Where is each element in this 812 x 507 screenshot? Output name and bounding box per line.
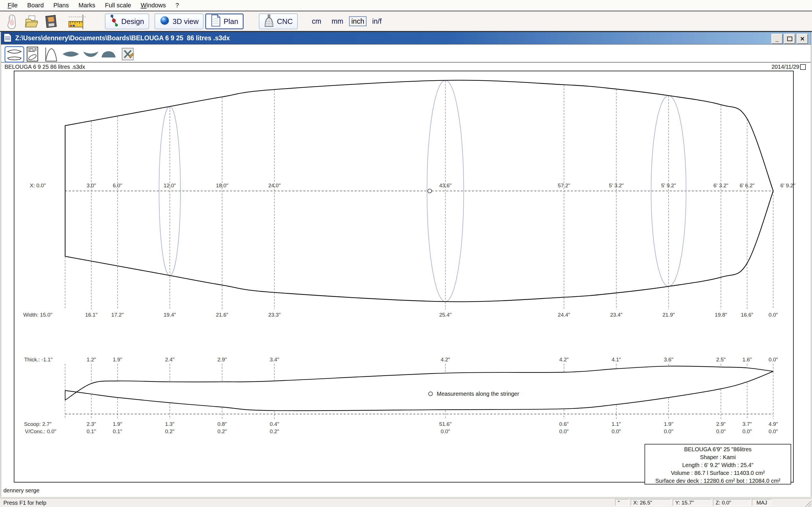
close-button[interactable]: ✕ bbox=[797, 34, 808, 44]
measure-label: X: 0.0" bbox=[30, 182, 46, 188]
plan-outline-icon[interactable] bbox=[61, 46, 80, 62]
measure-label: 23.3" bbox=[268, 312, 281, 318]
measure-label: 21.6" bbox=[216, 312, 229, 318]
measure-label: 0.8" bbox=[217, 421, 227, 427]
measure-label: 24.4" bbox=[558, 312, 570, 318]
measure-label: 19.4" bbox=[163, 312, 176, 318]
board-document: BELOUGA 6 9 25 86 litres .s3dx 2014/11/2… bbox=[1, 63, 811, 497]
measure-label: V/Conc.: 0.0" bbox=[25, 429, 56, 434]
measure-label: 12.0" bbox=[163, 182, 176, 188]
measure-label: 1.9" bbox=[113, 356, 122, 362]
foil-curve-icon[interactable] bbox=[44, 46, 58, 62]
menu-item-windows[interactable]: Windows bbox=[136, 2, 170, 9]
menu-item-file[interactable]: File bbox=[3, 2, 22, 9]
status-caps-indicator: MAJ bbox=[752, 499, 772, 506]
measure-label: 2.9" bbox=[716, 421, 725, 427]
design-button[interactable]: Design bbox=[105, 13, 149, 29]
measure-label: Thick.: -1.1" bbox=[24, 356, 53, 362]
measure-label: 0.0" bbox=[612, 429, 621, 434]
spec-sheet-icon[interactable] bbox=[26, 46, 39, 62]
plan-button[interactable]: Plan bbox=[205, 13, 244, 29]
measure-label: 57.2" bbox=[558, 182, 570, 188]
menu-item-help[interactable]: ? bbox=[170, 2, 184, 9]
measure-label: 2.5" bbox=[716, 356, 725, 362]
info-line-model: BELOUGA 6'9" 25 "86litres bbox=[645, 445, 791, 453]
measure-label: 3.0" bbox=[87, 182, 96, 188]
rocker-bottom-curve bbox=[65, 371, 773, 411]
stringer-annotation: Measurements along the stringer bbox=[437, 391, 519, 397]
measure-label: 0.0" bbox=[559, 429, 569, 434]
status-bar: Press F1 for help " X: 26.5" Y: 15.7" Z:… bbox=[0, 498, 812, 507]
minimize-button[interactable]: _ bbox=[771, 34, 783, 44]
menu-item-marks[interactable]: Marks bbox=[73, 2, 100, 9]
measure-label: 25.4" bbox=[439, 312, 452, 318]
measure-label: 43.6" bbox=[439, 182, 452, 188]
board-drawing[interactable]: Measurements along the stringerX: 0.0"Wi… bbox=[1, 63, 811, 497]
cross-section-icon[interactable] bbox=[100, 46, 117, 62]
measure-label: 4.9" bbox=[769, 421, 778, 427]
menu-item-full-scale[interactable]: Full scale bbox=[100, 2, 136, 9]
cnc-button-label: CNC bbox=[277, 17, 293, 26]
measure-label: 17.2" bbox=[111, 312, 124, 318]
cnc-button[interactable]: CNC bbox=[259, 13, 298, 29]
unit-cm[interactable]: cm bbox=[310, 16, 323, 26]
ruler-icon[interactable] bbox=[68, 14, 87, 31]
unit-inf[interactable]: in/f bbox=[370, 16, 384, 26]
menu-item-plans[interactable]: Plans bbox=[49, 2, 73, 9]
measure-label: 1.2" bbox=[87, 356, 96, 362]
author-name: dennery serge bbox=[3, 487, 40, 494]
measure-label: 0.2" bbox=[217, 429, 227, 434]
measure-label: 24.0" bbox=[268, 182, 281, 188]
measure-label: 21.9" bbox=[662, 312, 675, 318]
measure-label: 6' 6.2" bbox=[740, 182, 755, 188]
export-spreadsheet-icon[interactable] bbox=[121, 46, 135, 62]
save-icon[interactable] bbox=[45, 14, 57, 30]
plan-center-marker bbox=[428, 189, 432, 193]
info-line-volume-surface: Volume : 86.7 l Surface : 11403.0 cm² bbox=[645, 469, 791, 477]
3d-sphere-icon bbox=[160, 15, 170, 27]
measure-label: 2.4" bbox=[165, 356, 174, 362]
unit-mm[interactable]: mm bbox=[329, 16, 346, 26]
measure-label: 2.3" bbox=[87, 421, 96, 427]
cnc-bit-icon bbox=[264, 14, 274, 29]
status-y-readout: Y: 15.7" bbox=[673, 499, 711, 506]
measure-label: 0.0" bbox=[769, 356, 778, 362]
outline-profile-view-icon[interactable] bbox=[4, 46, 24, 62]
measure-label: Width: 15.0" bbox=[23, 312, 52, 318]
measure-label: 1.9" bbox=[664, 421, 673, 427]
status-help-text: Press F1 for help bbox=[3, 500, 46, 506]
maximize-button[interactable] bbox=[784, 34, 795, 44]
view-toolbar bbox=[1, 45, 811, 62]
info-line-shaper: Shaper : Kami bbox=[645, 453, 791, 461]
measure-label: 6' 3.2" bbox=[714, 182, 728, 188]
measure-label: 1.6" bbox=[742, 356, 752, 362]
unit-inch[interactable]: inch bbox=[349, 16, 366, 26]
3d-view-button[interactable]: 3D view bbox=[154, 13, 204, 29]
status-x-readout: X: 26.5" bbox=[631, 499, 671, 506]
measure-label: 51.6" bbox=[439, 421, 452, 427]
select-hand-icon[interactable] bbox=[5, 14, 18, 31]
measure-label: 4.2" bbox=[441, 356, 450, 362]
measure-label: 1.1" bbox=[612, 421, 621, 427]
measure-label: 3.6" bbox=[664, 356, 673, 362]
measure-label: 5' 3.2" bbox=[609, 182, 624, 188]
resize-grip[interactable] bbox=[804, 499, 811, 507]
design-icon bbox=[110, 14, 118, 29]
menu-bar: File Board Plans Marks Full scale Window… bbox=[0, 0, 812, 11]
info-line-dev-surface: Surface dev deck : 12280.6 cm² bot : 120… bbox=[645, 477, 791, 485]
design-button-label: Design bbox=[121, 17, 144, 26]
window-title: Z:\Users\dennery\Documents\Boards\BELOUG… bbox=[15, 34, 230, 42]
measure-label: 0.0" bbox=[742, 429, 752, 434]
measure-label: 0.2" bbox=[270, 429, 279, 434]
measure-label: 1.3" bbox=[165, 421, 174, 427]
rocker-profile-icon[interactable] bbox=[82, 46, 99, 62]
measure-label: 6.0" bbox=[113, 182, 122, 188]
status-z-readout: Z: 0.0" bbox=[713, 499, 751, 506]
measure-label: 5' 9.2" bbox=[661, 182, 676, 188]
measure-label: 0.0" bbox=[664, 429, 673, 434]
menu-item-board[interactable]: Board bbox=[22, 2, 49, 9]
open-folder-icon[interactable] bbox=[25, 14, 39, 30]
measure-label: 3.7" bbox=[742, 421, 752, 427]
measure-label: Scoop: 2.7" bbox=[24, 421, 52, 427]
measure-label: 4.1" bbox=[612, 356, 621, 362]
